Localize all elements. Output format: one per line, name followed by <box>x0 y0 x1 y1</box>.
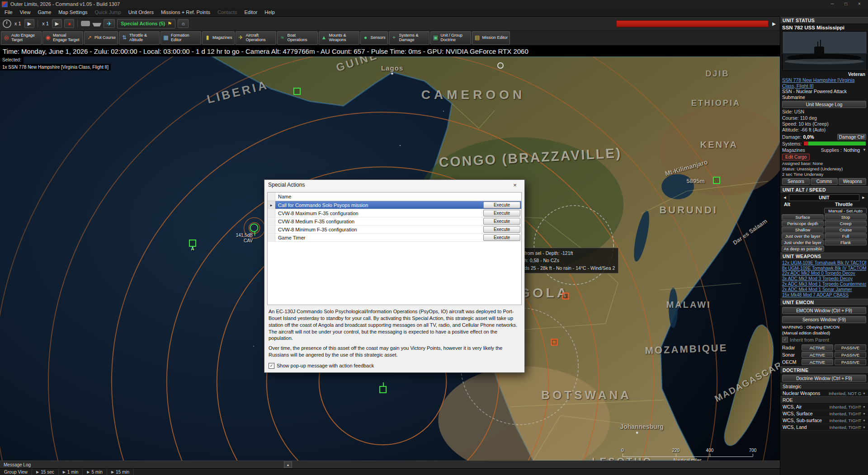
minimize-button[interactable]: ─ <box>826 0 839 8</box>
throttle-button-creep[interactable]: Creep <box>825 221 867 226</box>
time-step-1-min[interactable]: ▶1 min <box>59 469 83 475</box>
throttle-button-cruise[interactable]: Cruise <box>825 227 867 233</box>
unit-selector[interactable]: UNIT <box>789 194 859 201</box>
doctrine-row-wcs-surface[interactable]: WCS, SurfaceInherited, TIGHT▼ <box>780 410 868 417</box>
ribbon-plot-course-button[interactable]: ↗Plot Course <box>84 31 118 45</box>
chevron-down-icon[interactable]: ▼ <box>863 148 866 152</box>
dialog-title-bar[interactable]: Special Actions × <box>264 180 524 190</box>
ribbon-systems-damage-button[interactable]: +Systems & Damage <box>389 31 429 45</box>
unit-tab-sensors[interactable]: Sensors <box>782 178 810 185</box>
boat-icon[interactable] <box>92 21 101 27</box>
weapon-link-3x-adc-mk2-mod-3-torpedo-decoy[interactable]: 3x ADC Mk2 Mod 3 Torpedo Decoy <box>782 276 866 282</box>
maximize-button[interactable]: □ <box>839 0 853 8</box>
unit-message-log-button[interactable]: Unit Message Log <box>782 101 866 108</box>
ribbon-aircraft-operations-button[interactable]: ✈Aircraft Operations <box>236 31 276 45</box>
emcon-oecm-active-button[interactable]: ACTIVE <box>802 359 833 365</box>
aircraft-button[interactable]: ✈ <box>104 19 115 28</box>
play-compressed-button[interactable]: ▶ <box>52 19 62 28</box>
menu-item-file[interactable]: File <box>1 8 16 16</box>
play-button-1[interactable]: ▶ <box>24 19 34 28</box>
nuclear-weapons-row[interactable]: Nuclear Weapons Inherited, NOT G ▼ <box>780 390 868 396</box>
supplies-value[interactable]: Nothing <box>844 147 860 153</box>
doctrine-row-wcs-air[interactable]: WCS, AirInherited, TIGHT▼ <box>780 404 868 410</box>
special-action-row-cvw-8-medium-f-35-configuration[interactable]: CVW-8 Medium F-35 configurationExecute <box>268 217 521 226</box>
sensors-window-button[interactable]: Sensors Window (F9) <box>782 316 866 323</box>
alt-button-periscope-depth[interactable]: Periscope depth <box>782 221 824 226</box>
ribbon-magazines-button[interactable]: ▮Magazines <box>202 31 235 45</box>
special-actions-button[interactable]: Special Actions (5) ⚑ <box>117 19 175 28</box>
doctrine-window-button[interactable]: Doctrine Window (Ctrl + F9) <box>782 375 866 382</box>
chevron-down-icon[interactable]: ▼ <box>863 412 866 415</box>
throttle-button-flank[interactable]: Flank <box>825 240 867 245</box>
alt-button-just-over-the-layer[interactable]: Just over the layer <box>782 233 824 239</box>
menu-item-map-settings[interactable]: Map Settings <box>55 8 91 16</box>
inherit-checkbox[interactable]: ✓ <box>782 337 788 343</box>
close-button[interactable]: × <box>853 0 866 8</box>
menu-item-game[interactable]: Game <box>34 8 55 16</box>
damage-control-button[interactable]: Damage Ctrl <box>837 134 866 140</box>
sidebar-collapse-arrow[interactable]: ▶ <box>771 21 777 26</box>
menu-item-view[interactable]: View <box>16 8 34 16</box>
execute-button[interactable]: Execute <box>483 234 520 241</box>
emcon-oecm-passive-button[interactable]: PASSIVE <box>835 359 866 365</box>
doctrine-row-wcs-sub-surface[interactable]: WCS, Sub-surfaceInherited, TIGHT▼ <box>780 417 868 424</box>
menu-item-help[interactable]: Help <box>261 8 278 16</box>
emcon-sonar-active-button[interactable]: ACTIVE <box>802 352 833 358</box>
settings-button[interactable]: ☼ <box>178 19 189 28</box>
throttle-button-full[interactable]: Full <box>825 233 867 239</box>
execute-button[interactable]: Execute <box>483 226 520 233</box>
emcon-window-button[interactable]: EMCON Window (Ctrl + F9) <box>782 307 866 314</box>
emcon-sonar-passive-button[interactable]: PASSIVE <box>835 352 866 358</box>
menu-item-unit-orders[interactable]: Unit Orders <box>125 8 157 16</box>
clock-icon[interactable] <box>3 19 11 28</box>
time-step-15-min[interactable]: ▶15 min <box>107 469 134 475</box>
alt-button-shallow[interactable]: Shallow <box>782 227 824 233</box>
ribbon-auto-engage-target-button[interactable]: ◎Auto Engage Target <box>1 31 42 45</box>
ribbon-unit-group-doctrine-button[interactable]: ▣Unit / Group Doctrine <box>430 31 471 45</box>
special-action-row-call-for-commando-solo-psyops-mission[interactable]: ▸Call for Commando Solo Psyops missionEx… <box>268 201 521 209</box>
throttle-button-manual-set-auto[interactable]: Manual - Set Auto <box>824 208 867 214</box>
weapon-link-22x-adc-mk2-mod-0-torpedo-decoy[interactable]: 22x ADC Mk2 Mod 0 Torpedo Decoy <box>782 271 866 276</box>
execute-button[interactable]: Execute <box>483 210 520 216</box>
ribbon-mounts-weapons-button[interactable]: ▲Mounts & Weapons <box>319 31 359 45</box>
execute-button[interactable]: Execute <box>483 202 520 208</box>
special-action-row-cvw-8-minimum-f-35-configuration[interactable]: CVW-8 Minimum F-35 configurationExecute <box>268 226 521 234</box>
menu-item-quick-jump[interactable]: Quick Jump <box>91 8 125 16</box>
doctrine-row-wcs-land[interactable]: WCS, LandInherited, TIGHT▼ <box>780 424 868 431</box>
map[interactable]: GUINELagosLIBERIACAMEROONDJIBETHIOPIAKEN… <box>0 56 780 461</box>
ribbon-manual-engage-target-button[interactable]: ◉Manual Engage Target <box>42 31 83 45</box>
special-action-row-cvw-8-maximum-f-35-configuration[interactable]: CVW-8 Maximum F-35 configurationExecute <box>268 209 521 217</box>
throttle-button-stop[interactable]: Stop <box>825 214 867 220</box>
ribbon-sensors-button[interactable]: ●Sensors <box>360 31 388 45</box>
menu-item-editor[interactable]: Editor <box>241 8 261 16</box>
alt-button-as-deep-as-possible[interactable]: As deep as possible <box>782 246 824 252</box>
weapon-link-2x-adc-mk3-mod-1-torpedo-countermeasu[interactable]: 2x ADC Mk3 Mod 1 Torpedo Countermeasu <box>782 282 866 287</box>
weapon-link-12x-ugm-109e-tomahawk-blk-iv-tactom[interactable]: 12x UGM-109E Tomahawk Blk IV TACTOM <box>782 260 866 266</box>
next-unit-arrow[interactable]: ► <box>861 195 866 200</box>
unit-tab-comms[interactable]: Comms <box>811 178 838 185</box>
chevron-down-icon[interactable]: ▼ <box>863 392 866 395</box>
message-log-expand-button[interactable]: ▲ <box>284 461 292 468</box>
emcon-radar-active-button[interactable]: ACTIVE <box>802 344 833 351</box>
ground-vehicle-icon[interactable] <box>81 21 90 26</box>
menu-item-missions-ref-points[interactable]: Missions + Ref. Points <box>157 8 214 16</box>
previous-unit-arrow[interactable]: ◄ <box>782 195 788 200</box>
ribbon-mission-editor-button[interactable]: ▤Mission Editor <box>472 31 510 45</box>
group-view-button[interactable]: Group View <box>0 469 32 475</box>
chevron-down-icon[interactable]: ▼ <box>863 405 866 409</box>
chevron-down-icon[interactable]: ▼ <box>863 419 866 422</box>
weapon-link-2x-adc-mk4-mod-1-sonar-jammer[interactable]: 2x ADC Mk4 Mod 1 Sonar Jammer <box>782 287 866 292</box>
execute-button[interactable]: Execute <box>483 218 520 225</box>
weapon-link-15x-mk48-mod-7-adcap-cbass[interactable]: 15x Mk48 Mod 7 ADCAP CBASS <box>782 292 866 298</box>
edit-cargo-button[interactable]: Edit Cargo <box>782 154 810 160</box>
special-action-row-game-timer[interactable]: Game TimerExecute <box>268 234 521 242</box>
ribbon-boat-operations-button[interactable]: ≈Boat Operations <box>277 31 318 45</box>
ribbon-formation-editor-button[interactable]: ▦Formation Editor <box>160 31 201 45</box>
unit-class-link[interactable]: SSN 778 New Hampshire [Virginia Class, F… <box>780 77 868 89</box>
menu-item-contacts[interactable]: Contacts <box>214 8 241 16</box>
dialog-close-button[interactable]: × <box>505 180 524 190</box>
emcon-radar-passive-button[interactable]: PASSIVE <box>835 344 866 351</box>
alt-button-surface[interactable]: Surface <box>782 214 824 220</box>
chevron-down-icon[interactable]: ▼ <box>863 426 866 429</box>
ribbon-throttle-altitude-button[interactable]: ⇅Throttle & Altitude <box>119 31 160 45</box>
